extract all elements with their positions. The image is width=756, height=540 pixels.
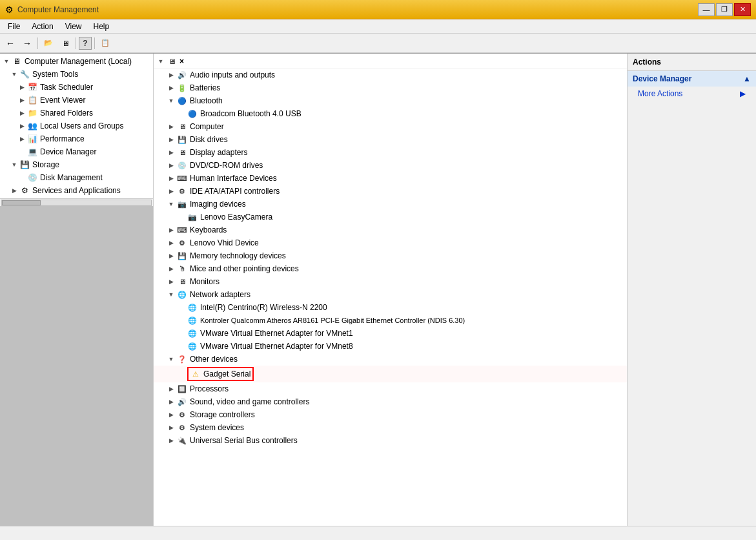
device-memory[interactable]: ▶ 💾 Memory technology devices [154,249,627,262]
device-easycamera[interactable]: ▶ 📷 Lenovo EasyCamera [154,211,627,223]
scrollbar-track[interactable] [1,200,152,206]
expander-icon: ▶ [10,187,18,194]
back-button[interactable]: ← [3,36,18,50]
camera-icon: 📷 [187,212,198,222]
device-other[interactable]: ▼ ❓ Other devices [154,353,627,366]
expander-icon: ▼ [167,355,176,364]
device-ide[interactable]: ▶ ⚙ IDE ATA/ATAPI controllers [154,185,627,198]
device-usb[interactable]: ▶ 🔌 Universal Serial Bus controllers [154,434,627,447]
help-button[interactable]: ? [79,37,92,50]
sidebar-item-disk-management[interactable]: ▶ 💿 Disk Management [0,171,153,184]
device-audio[interactable]: ▶ 🔊 Audio inputs and outputs [154,68,627,81]
device-qualcomm[interactable]: ▶ 🌐 Kontroler Qualcomm Atheros AR8161 PC… [154,314,627,327]
restore-button[interactable]: ❐ [716,3,733,16]
device-keyboards[interactable]: ▶ ⌨ Keyboards [154,223,627,236]
sidebar-item-storage[interactable]: ▼ 💾 Storage [0,158,153,171]
actions-more-actions[interactable]: More Actions ▶ [628,87,756,101]
usb-icon: 🔌 [177,435,187,446]
device-hid[interactable]: ▶ ⌨ Human Interface Devices [154,172,627,185]
expander-icon: ▶ [18,135,26,143]
memory-icon: 💾 [177,251,187,261]
minimize-button[interactable]: — [698,3,715,16]
sidebar-item-services[interactable]: ▶ ⚙ Services and Applications [0,184,153,197]
device-intel-wifi[interactable]: ▶ 🌐 Intel(R) Centrino(R) Wireless-N 2200 [154,301,627,314]
device-monitors[interactable]: ▶ 🖥 Monitors [154,275,627,288]
device-gadget-serial[interactable]: ▶ ⚠ Gadget Serial [154,366,627,382]
device-batteries[interactable]: ▶ 🔋 Batteries [154,81,627,94]
dvd-icon: 💿 [177,160,187,171]
sidebar-item-shared-folders[interactable]: ▶ 📁 Shared Folders [0,107,153,119]
device-broadcom-bluetooth[interactable]: ▶ 🔵 Broadcom Bluetooth 4.0 USB [154,107,627,120]
toolbar: ← → 📂 🖥 ? 📋 [0,34,756,53]
expander-icon: ▶ [167,238,176,247]
menu-action[interactable]: Action [26,21,58,32]
sidebar-item-local-users[interactable]: ▶ 👥 Local Users and Groups [0,119,153,132]
monitor-icon: 🖥 [177,276,187,287]
menu-view[interactable]: View [60,21,87,32]
expander-icon: ▶ [167,251,176,260]
bt-device-icon: 🔵 [187,109,198,119]
more-actions-arrow-icon: ▶ [740,89,746,98]
properties-button[interactable]: 📋 [97,36,113,50]
vmnet8-icon: 🌐 [187,341,198,351]
device-disk-drives[interactable]: ▶ 💾 Disk drives [154,133,627,146]
device-sound[interactable]: ▶ 🔊 Sound, video and game controllers [154,395,627,408]
device-manager-header: ▼ 🖥 × [154,55,627,68]
expander-icon: ▶ [167,264,176,273]
expander-icon: ▶ [167,277,176,286]
menu-file[interactable]: File [3,21,25,32]
scheduler-icon: 📅 [27,82,37,92]
device-bluetooth[interactable]: ▼ 🔵 Bluetooth [154,94,627,107]
sidebar-scrollbar-h[interactable] [0,198,153,206]
show-hide-button[interactable]: 🖥 [57,36,73,50]
forward-button[interactable]: → [19,36,35,50]
expander-icon: ▶ [167,384,176,393]
expander-icon: ▶ [18,122,26,130]
actions-header: Actions [628,54,756,71]
menu-help[interactable]: Help [88,21,115,32]
title-bar: ⚙ Computer Management — ❐ ✕ [0,0,756,19]
device-display-adapters[interactable]: ▶ 🖥 Display adapters [154,146,627,159]
center-panel: ▼ 🖥 × ▶ 🔊 Audio inputs and outputs ▶ 🔋 B… [154,54,627,526]
audio-icon: 🔊 [177,70,187,80]
device-dvd-drives[interactable]: ▶ 💿 DVD/CD-ROM drives [154,159,627,172]
expander-icon: ▶ [167,70,176,79]
expander-icon: ▶ [167,397,176,406]
expander-icon: ▶ [167,423,176,432]
tools-icon: 🔧 [19,69,30,79]
device-computer[interactable]: ▶ 🖥 Computer [154,120,627,133]
expander-icon: ▼ [167,290,176,299]
hid-icon: ⌨ [177,173,187,183]
device-vmware-vmnet8[interactable]: ▶ 🌐 VMware Virtual Ethernet Adapter for … [154,340,627,353]
perf-icon: 📊 [27,134,37,144]
sidebar-item-device-manager[interactable]: ▶ 💻 Device Manager [0,145,153,158]
scrollbar-thumb[interactable] [2,200,41,205]
section-collapse-icon: ▲ [743,74,751,83]
status-bar [0,526,756,540]
expander-icon: ▶ [167,83,176,92]
sidebar-item-computer-management[interactable]: ▼ 🖥 Computer Management (Local) [0,55,153,68]
expander-icon: ▼ [167,200,176,209]
device-vmware-vmnet1[interactable]: ▶ 🌐 VMware Virtual Ethernet Adapter for … [154,327,627,340]
window-title: Computer Management [17,5,99,14]
sidebar-item-task-scheduler[interactable]: ▶ 📅 Task Scheduler [0,81,153,94]
app-icon: ⚙ [5,5,14,15]
actions-section-device-manager[interactable]: Device Manager ▲ [628,71,756,87]
close-button[interactable]: ✕ [734,3,751,16]
device-imaging[interactable]: ▼ 📷 Imaging devices [154,198,627,211]
vmnet1-icon: 🌐 [187,328,198,338]
device-system[interactable]: ▶ ⚙ System devices [154,421,627,434]
device-network[interactable]: ▼ 🌐 Network adapters [154,288,627,301]
sidebar-item-performance[interactable]: ▶ 📊 Performance [0,132,153,145]
device-mice[interactable]: ▶ 🖱 Mice and other pointing devices [154,262,627,275]
sidebar-item-event-viewer[interactable]: ▶ 📋 Event Viewer [0,94,153,107]
up-button[interactable]: 📂 [41,36,56,50]
folder-icon: 📁 [27,108,37,118]
device-storage-ctrl[interactable]: ▶ ⚙ Storage controllers [154,408,627,421]
processor-icon: 🔲 [177,384,187,394]
menu-bar: File Action View Help [0,19,756,34]
device-lenovo-vhid[interactable]: ▶ ⚙ Lenovo Vhid Device [154,236,627,249]
expander-icon: ▶ [167,135,176,144]
sidebar-item-system-tools[interactable]: ▼ 🔧 System Tools [0,68,153,81]
device-processors[interactable]: ▶ 🔲 Processors [154,382,627,395]
